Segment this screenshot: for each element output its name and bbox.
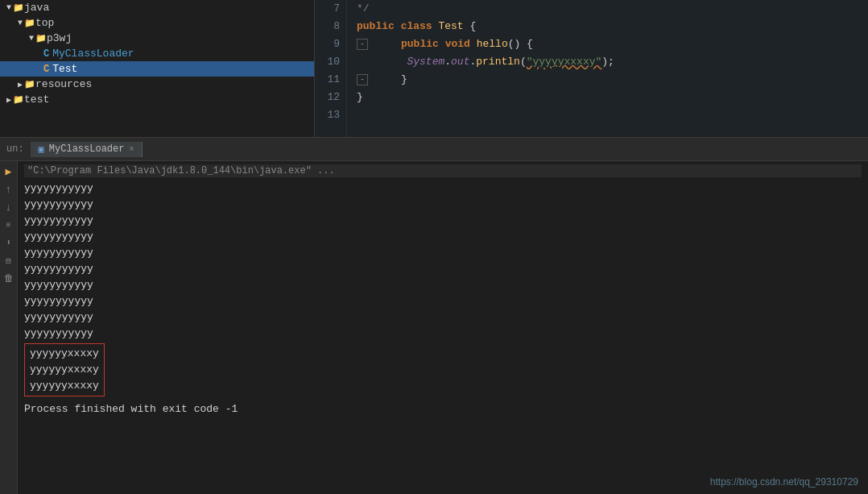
tree-label-resources: resources [35, 78, 92, 90]
clear-btn[interactable]: 🗑 [2, 271, 16, 285]
output-line-6: yyyyyyyyyyy [24, 261, 862, 277]
wrap-btn[interactable]: ≡ [2, 218, 16, 232]
code-line-12: } [357, 89, 858, 106]
code-line-13 [357, 106, 858, 124]
tree-item-myclassloader[interactable]: C MyClassLoader [0, 46, 314, 61]
tree-item-p3wj[interactable]: ▼ 📁 p3wj [0, 31, 314, 46]
scroll-down-btn[interactable]: ↓ [2, 200, 16, 214]
highlighted-output-block: yyyyyyxxxxy yyyyyyxxxxy yyyyyyxxxxy [24, 343, 105, 396]
arrow-top: ▼ [18, 19, 23, 27]
output-line-7: yyyyyyyyyyy [24, 277, 862, 293]
run-tab[interactable]: ▣ MyClassLoader × [31, 142, 143, 157]
tab-icon: ▣ [39, 143, 44, 156]
tree-label-java: java [24, 2, 49, 14]
code-content[interactable]: */ public class Test { - public void hel… [347, 0, 868, 137]
process-line: Process finished with exit code -1 [24, 403, 862, 415]
file-tree: ▼ 📁 java ▼ 📁 top ▼ 📁 p3wj C MyClassLoade… [0, 0, 314, 137]
tree-item-test[interactable]: C Test [0, 61, 314, 77]
output-line-8: yyyyyyyyyyy [24, 293, 862, 309]
cmd-line: "C:\Program Files\Java\jdk1.8.0_144\bin\… [24, 164, 862, 177]
output-line-5: yyyyyyyyyyy [24, 245, 862, 261]
fold-icon-9[interactable]: - [357, 39, 368, 50]
tree-label-myclassloader: MyClassLoader [52, 48, 134, 60]
code-line-11: - } [357, 71, 858, 89]
console-output[interactable]: "C:\Program Files\Java\jdk1.8.0_144\bin\… [18, 161, 868, 494]
output-line-9: yyyyyyyyyyy [24, 309, 862, 326]
folder-icon-testfolder: 📁 [13, 94, 24, 105]
output-line-2: yyyyyyyyyyy [24, 197, 862, 213]
code-line-8: public class Test { [357, 18, 858, 35]
code-line-10: System.out.println("yyyyyxxxxy"); [357, 53, 858, 71]
line-numbers: 7 8 9 10 11 12 13 [315, 0, 347, 137]
arrow-testfolder: ▶ [6, 95, 11, 105]
print-btn[interactable]: ⊟ [2, 253, 16, 268]
watermark: https://blog.csdn.net/qq_29310729 [710, 476, 858, 488]
run-btn[interactable]: ▶ [2, 164, 16, 179]
arrow-java: ▼ [6, 3, 11, 12]
java-icon-myclassloader: C [43, 48, 49, 60]
tree-label-p3wj: p3wj [47, 32, 72, 44]
highlighted-line-3: yyyyyyxxxxy [30, 378, 99, 394]
run-prefix: un: [6, 143, 24, 155]
run-bar: un: ▣ MyClassLoader × [0, 137, 868, 161]
tree-item-java[interactable]: ▼ 📁 java [0, 0, 314, 15]
code-line-9: - public void hello() { [357, 35, 858, 53]
folder-icon-java: 📁 [13, 2, 24, 13]
tree-item-top[interactable]: ▼ 📁 top [0, 15, 314, 31]
tree-label-test: Test [52, 63, 77, 75]
arrow-resources: ▶ [18, 80, 23, 89]
scroll-up-btn[interactable]: ↑ [2, 182, 16, 197]
console-area: ▶ ↑ ↓ ≡ ⬇ ⊟ 🗑 "C:\Program Files\Java\jdk… [0, 161, 868, 494]
top-section: ▼ 📁 java ▼ 📁 top ▼ 📁 p3wj C MyClassLoade… [0, 0, 868, 137]
import-btn[interactable]: ⬇ [2, 235, 16, 250]
tab-label: MyClassLoader [49, 143, 125, 155]
code-editor: 7 8 9 10 11 12 13 */ public class Test {… [314, 0, 868, 137]
tree-item-testfolder[interactable]: ▶ 📁 test [0, 92, 314, 107]
highlighted-line-1: yyyyyyxxxxy [30, 346, 99, 362]
arrow-p3wj: ▼ [29, 34, 34, 43]
folder-icon-p3wj: 📁 [35, 33, 47, 44]
output-line-1: yyyyyyyyyyy [24, 181, 862, 197]
output-line-4: yyyyyyyyyyy [24, 229, 862, 245]
highlighted-line-2: yyyyyyxxxxy [30, 362, 99, 378]
folder-icon-resources: 📁 [24, 79, 35, 89]
fold-icon-11[interactable]: - [357, 74, 368, 85]
tree-item-resources[interactable]: ▶ 📁 resources [0, 77, 314, 92]
folder-icon-top: 📁 [24, 18, 35, 28]
java-icon-test: C [43, 64, 49, 75]
tab-close[interactable]: × [129, 145, 134, 154]
output-line-3: yyyyyyyyyyy [24, 213, 862, 229]
tree-label-top: top [35, 17, 54, 29]
side-toolbar: ▶ ↑ ↓ ≡ ⬇ ⊟ 🗑 [0, 161, 18, 494]
code-line-7: */ [357, 0, 858, 18]
tree-label-testfolder: test [24, 93, 49, 106]
output-line-10: yyyyyyyyyyy [24, 326, 862, 342]
